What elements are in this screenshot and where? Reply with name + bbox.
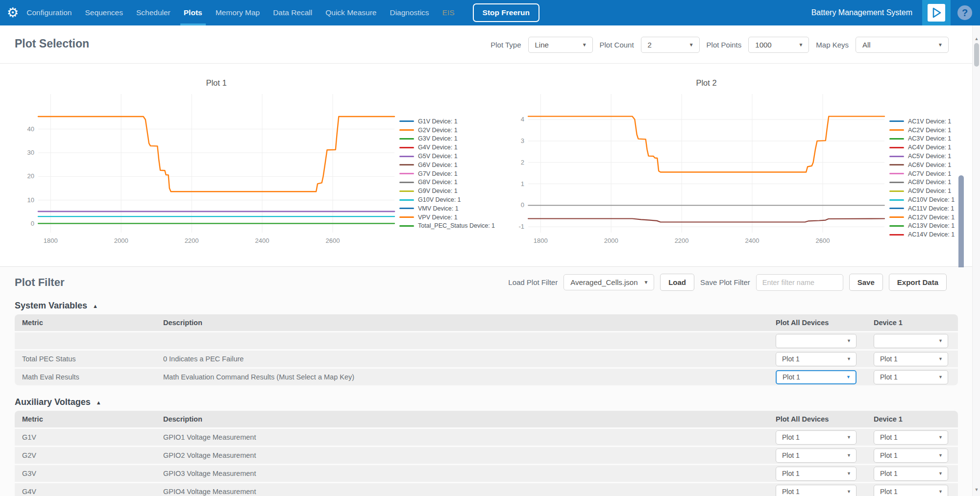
plot-all-devices-dropdown[interactable]: Plot 1▼ bbox=[776, 430, 857, 445]
scrollbar-down-arrow-icon[interactable]: ▼ bbox=[973, 487, 980, 492]
device1-dropdown[interactable]: Plot 1▼ bbox=[874, 430, 948, 445]
legend-item[interactable]: G1V Device: 1 bbox=[399, 117, 495, 126]
axis-tick-label: 30 bbox=[27, 149, 34, 156]
legend-item[interactable]: VMV Device: 1 bbox=[399, 204, 495, 213]
load-filter-value: Averaged_Cells.json bbox=[570, 278, 637, 286]
legend-label: AC7V Device: 1 bbox=[908, 170, 951, 177]
plot-all-devices-dropdown[interactable]: Plot 1▼ bbox=[776, 352, 857, 366]
legend-item[interactable]: G2V Device: 1 bbox=[399, 126, 495, 135]
app-brand-title: Battery Management System bbox=[811, 8, 912, 17]
legend-item[interactable]: G7V Device: 1 bbox=[399, 169, 495, 178]
nav-item-diagnostics[interactable]: Diagnostics bbox=[390, 0, 429, 25]
nav-item-memory-map[interactable]: Memory Map bbox=[216, 0, 260, 25]
save-button[interactable]: Save bbox=[849, 274, 883, 291]
app-window: ⚙ ConfigurationSequencesSchedulerPlotsMe… bbox=[0, 0, 980, 496]
legend-swatch bbox=[889, 199, 904, 201]
legend-item[interactable]: AC3V Device: 1 bbox=[889, 135, 955, 143]
plot2-chart-canvas[interactable]: 18002000220024002600-101234 bbox=[505, 88, 892, 252]
plot-filter-panel: Plot Filter Load Plot Filter Averaged_Ce… bbox=[0, 267, 972, 496]
legend-swatch bbox=[399, 199, 414, 201]
dropdown-map-keys[interactable]: All▼ bbox=[856, 37, 949, 53]
legend-item[interactable]: G6V Device: 1 bbox=[399, 161, 495, 169]
stop-freerun-button[interactable]: Stop Freerun bbox=[473, 3, 539, 22]
nav-item-sequences[interactable]: Sequences bbox=[85, 0, 123, 25]
legend-item[interactable]: AC4V Device: 1 bbox=[889, 143, 955, 152]
legend-label: AC1V Device: 1 bbox=[908, 118, 951, 125]
legend-label: AC3V Device: 1 bbox=[908, 135, 951, 142]
play-icon bbox=[928, 4, 945, 22]
help-icon[interactable]: ? bbox=[957, 5, 972, 20]
legend-item[interactable]: G9V Device: 1 bbox=[399, 187, 495, 195]
legend-item[interactable]: AC14V Device: 1 bbox=[889, 230, 955, 239]
device1-cell: Plot 1▼ bbox=[874, 467, 958, 481]
axis-tick-label: 10 bbox=[27, 196, 34, 204]
plot-all-devices-dropdown[interactable]: ▼ bbox=[776, 334, 857, 348]
dropdown-value: Plot 1 bbox=[880, 451, 898, 459]
nav-item-plots[interactable]: Plots bbox=[184, 0, 202, 25]
charts-inner-scrollbar-thumb[interactable] bbox=[958, 175, 964, 276]
collapse-up-icon[interactable]: ▲ bbox=[93, 303, 98, 309]
legend-item[interactable]: Total_PEC_Status Device: 1 bbox=[399, 222, 495, 231]
legend-item[interactable]: AC5V Device: 1 bbox=[889, 152, 955, 161]
export-data-button[interactable]: Export Data bbox=[889, 274, 947, 291]
nav-item-configuration[interactable]: Configuration bbox=[26, 0, 72, 25]
nav-item-scheduler[interactable]: Scheduler bbox=[136, 0, 171, 25]
control-label-plot-type: Plot Type bbox=[490, 41, 521, 49]
run-play-button[interactable] bbox=[922, 0, 951, 25]
device1-dropdown[interactable]: ▼ bbox=[874, 334, 948, 348]
device1-cell: Plot 1▼ bbox=[874, 352, 958, 366]
collapse-up-icon[interactable]: ▲ bbox=[96, 400, 101, 405]
legend-item[interactable]: G5V Device: 1 bbox=[399, 152, 495, 161]
legend-item[interactable]: AC6V Device: 1 bbox=[889, 161, 955, 169]
dropdown-plot-points[interactable]: 1000▼ bbox=[748, 37, 809, 53]
plot-all-devices-dropdown[interactable]: Plot 1▼ bbox=[776, 485, 857, 496]
legend-item[interactable]: AC7V Device: 1 bbox=[889, 169, 955, 178]
device1-dropdown[interactable]: Plot 1▼ bbox=[874, 467, 948, 481]
plot-all-devices-dropdown[interactable]: Plot 1▼ bbox=[776, 370, 857, 384]
table-header-row: MetricDescriptionPlot All DevicesDevice … bbox=[15, 314, 958, 331]
legend-item[interactable]: G10V Device: 1 bbox=[399, 195, 495, 204]
plot-all-devices-dropdown[interactable]: Plot 1▼ bbox=[776, 467, 857, 481]
legend-item[interactable]: AC10V Device: 1 bbox=[889, 195, 955, 204]
legend-item[interactable]: AC2V Device: 1 bbox=[889, 126, 955, 135]
device1-dropdown[interactable]: Plot 1▼ bbox=[874, 485, 948, 496]
load-button[interactable]: Load bbox=[660, 274, 694, 291]
device1-dropdown[interactable]: Plot 1▼ bbox=[874, 370, 948, 384]
chevron-down-icon: ▼ bbox=[938, 356, 943, 361]
legend-item[interactable]: AC12V Device: 1 bbox=[889, 213, 955, 222]
axis-tick-label: 4 bbox=[521, 116, 524, 123]
table-row: G1VGPIO1 Voltage MeasurementPlot 1▼Plot … bbox=[15, 429, 958, 446]
legend-item[interactable]: VPV Device: 1 bbox=[399, 213, 495, 222]
legend-item[interactable]: AC8V Device: 1 bbox=[889, 178, 955, 187]
legend-item[interactable]: AC9V Device: 1 bbox=[889, 187, 955, 195]
scrollbar-up-arrow-icon[interactable]: ▲ bbox=[973, 36, 980, 41]
page-scrollbar[interactable]: ▲ ▼ bbox=[972, 25, 980, 496]
legend-item[interactable]: G4V Device: 1 bbox=[399, 143, 495, 152]
description-cell: Math Evaluation Command Results (Must Se… bbox=[163, 373, 776, 381]
nav-item-eis[interactable]: EIS bbox=[442, 0, 455, 25]
dropdown-plot-count[interactable]: 2▼ bbox=[641, 37, 700, 53]
chevron-down-icon: ▼ bbox=[847, 356, 851, 361]
nav-item-data-recall[interactable]: Data Recall bbox=[273, 0, 312, 25]
settings-gear-icon[interactable]: ⚙ bbox=[7, 0, 19, 25]
top-navbar: ⚙ ConfigurationSequencesSchedulerPlotsMe… bbox=[0, 0, 980, 25]
device1-dropdown[interactable]: Plot 1▼ bbox=[874, 352, 948, 366]
load-plot-filter-label: Load Plot Filter bbox=[508, 278, 558, 286]
plot1-chart-canvas[interactable]: 18002000220024002600010203040 bbox=[15, 88, 402, 252]
load-filter-dropdown[interactable]: Averaged_Cells.json ▼ bbox=[564, 274, 654, 290]
legend-swatch bbox=[889, 182, 904, 183]
legend-item[interactable]: AC1V Device: 1 bbox=[889, 117, 955, 126]
axis-tick-label: -1 bbox=[518, 223, 524, 230]
legend-item[interactable]: AC11V Device: 1 bbox=[889, 204, 955, 213]
chevron-down-icon: ▼ bbox=[689, 42, 694, 47]
plot-all-devices-dropdown[interactable]: Plot 1▼ bbox=[776, 449, 857, 463]
column-header-metric: Metric bbox=[22, 415, 163, 423]
filter-name-input[interactable] bbox=[756, 274, 843, 291]
nav-item-quick-measure[interactable]: Quick Measure bbox=[325, 0, 376, 25]
dropdown-plot-type[interactable]: Line▼ bbox=[528, 37, 593, 53]
scrollbar-thumb[interactable] bbox=[974, 43, 979, 67]
legend-item[interactable]: G3V Device: 1 bbox=[399, 135, 495, 143]
legend-item[interactable]: G8V Device: 1 bbox=[399, 178, 495, 187]
legend-item[interactable]: AC13V Device: 1 bbox=[889, 222, 955, 231]
device1-dropdown[interactable]: Plot 1▼ bbox=[874, 449, 948, 463]
